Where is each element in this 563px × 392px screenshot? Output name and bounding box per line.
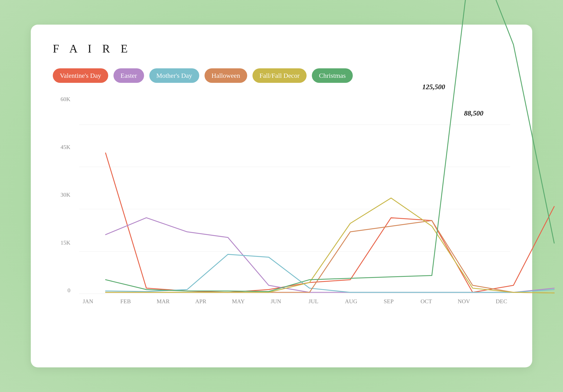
x-axis-labels: JAN FEB MAR APR MAY JUN JUL AUG SEP OCT … <box>79 298 510 305</box>
annotation-nov: 88,500 <box>464 109 483 117</box>
x-label-may: MAY <box>230 298 247 305</box>
x-label-feb: FEB <box>117 298 134 305</box>
main-card: F A I R E Valentine's Day Easter Mother'… <box>31 24 532 368</box>
x-label-nov: NOV <box>455 298 473 305</box>
y-label-0: 0 <box>53 287 75 294</box>
y-label-30k: 30K <box>53 192 75 198</box>
chart-svg <box>105 96 510 294</box>
y-label-45k: 45K <box>53 144 75 150</box>
legend-valentines[interactable]: Valentine's Day <box>53 68 108 83</box>
y-label-60k: 60K <box>53 96 75 103</box>
y-label-15k: 15K <box>53 240 75 246</box>
legend: Valentine's Day Easter Mother's Day Hall… <box>53 68 510 83</box>
x-label-dec: DEC <box>493 298 510 305</box>
annotation-oct: 125,500 <box>422 83 445 91</box>
legend-easter[interactable]: Easter <box>114 68 144 83</box>
x-label-oct: OCT <box>417 298 435 305</box>
x-label-sep: SEP <box>380 298 397 305</box>
faire-logo: F A I R E <box>53 42 510 55</box>
y-axis-labels: 0 15K 30K 45K 60K <box>53 96 75 294</box>
x-label-jun: JUN <box>267 298 285 305</box>
chart-area: 0 15K 30K 45K 60K JAN FEB MAR APR MAY JU… <box>53 96 510 338</box>
x-label-apr: APR <box>192 298 210 305</box>
x-label-jul: JUL <box>305 298 322 305</box>
legend-mothers[interactable]: Mother's Day <box>149 68 199 83</box>
legend-halloween[interactable]: Halloween <box>205 68 247 83</box>
x-label-jan: JAN <box>79 298 97 305</box>
legend-christmas[interactable]: Christmas <box>312 68 353 83</box>
x-label-aug: AUG <box>342 298 360 305</box>
x-label-mar: MAR <box>154 298 172 305</box>
grid-area <box>79 96 510 294</box>
legend-fall[interactable]: Fall/Fall Decor <box>253 68 307 83</box>
